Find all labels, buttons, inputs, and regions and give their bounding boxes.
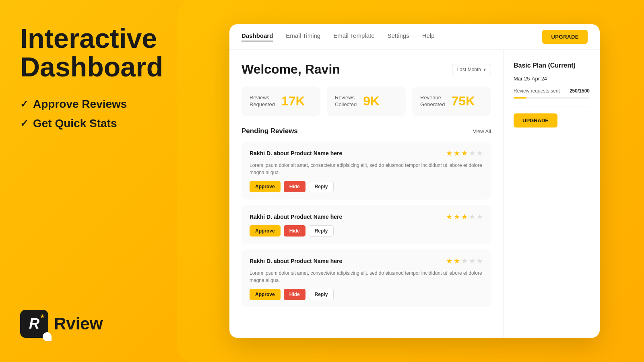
stat-card-revenue-generated: RevenueGenerated 75K [412, 86, 491, 116]
plan-title: Basic Plan (Current) [514, 62, 590, 69]
view-all-link[interactable]: View All [473, 128, 491, 134]
sidebar-area: Basic Plan (Current) Mar 25-Apr 24 Revie… [503, 50, 600, 338]
stat-value-reviews-collected: 9K [363, 94, 380, 109]
star-1-4: ★ [469, 149, 475, 158]
review-header-2: Rakhi D. about Product Name here ★ ★ ★ ★… [250, 212, 483, 221]
nav-bar: Dashboard Email Timing Email Template Se… [229, 24, 600, 50]
star-2-4: ★ [469, 212, 475, 221]
dashboard-card: Dashboard Email Timing Email Template Se… [229, 24, 600, 338]
stat-card-reviews-collected: ReviewsCollected 9K [327, 86, 406, 116]
stars-3: ★ ★ ★ ★ ★ [446, 257, 483, 265]
star-3-4: ★ [469, 257, 475, 265]
stat-value-revenue-generated: 75K [451, 94, 475, 109]
main-content: Welcome, Ravin Last Month ▾ ReviewsReque… [229, 50, 600, 338]
star-3-5: ★ [477, 257, 483, 265]
reply-button-2[interactable]: Reply [309, 225, 334, 237]
review-author-3: Rakhi D. about Product Name here [250, 258, 342, 264]
logo-bubble [43, 332, 52, 341]
review-actions-2: Approve Hide Reply [250, 225, 483, 237]
feature-item-1: ✓ Approve Reviews [20, 98, 173, 111]
review-card-1: Rakhi D. about Product Name here ★ ★ ★ ★… [242, 142, 491, 200]
logo-name: Rview [54, 314, 103, 333]
review-author-2: Rakhi D. about Product Name here [250, 214, 342, 220]
review-requests-value: 250/1500 [570, 88, 590, 94]
star-2-1: ★ [446, 212, 452, 221]
tab-help[interactable]: Help [422, 32, 435, 41]
star-2-2: ★ [454, 212, 460, 221]
star-2-3: ★ [461, 212, 468, 221]
pending-reviews-title: Pending Reviews [242, 127, 298, 135]
checkmark-icon: ✓ [20, 99, 28, 110]
welcome-header: Welcome, Ravin Last Month ▾ [242, 62, 491, 77]
star-3-3: ★ [461, 257, 468, 265]
approve-button-1[interactable]: Approve [250, 181, 281, 192]
logo-area: ★ R Rview [20, 310, 173, 338]
hero-title: Interactive Dashboard [20, 24, 173, 82]
stars-2: ★ ★ ★ ★ ★ [446, 212, 483, 221]
content-area: Welcome, Ravin Last Month ▾ ReviewsReque… [229, 50, 503, 338]
period-selector[interactable]: Last Month ▾ [452, 64, 491, 75]
approve-button-3[interactable]: Approve [250, 289, 281, 300]
hide-button-2[interactable]: Hide [284, 225, 305, 237]
tab-email-template[interactable]: Email Template [333, 32, 374, 41]
logo-star: ★ [40, 313, 45, 319]
progress-bar-fill [514, 97, 526, 99]
hide-button-3[interactable]: Hide [284, 289, 305, 300]
divider [514, 107, 590, 107]
review-author-1: Rakhi D. about Product Name here [250, 150, 342, 156]
plan-stat-row: Review requests sent 250/1500 [514, 88, 590, 94]
review-text-3: Lorem ipsum dolor sit amet, consectetur … [250, 269, 483, 284]
tab-email-timing[interactable]: Email Timing [286, 32, 320, 41]
reply-button-1[interactable]: Reply [309, 181, 334, 192]
approve-button-2[interactable]: Approve [250, 225, 281, 237]
stat-label-reviews-collected: ReviewsCollected [335, 95, 357, 108]
star-1-3: ★ [461, 149, 468, 158]
feature-item-2: ✓ Get Quick Stats [20, 117, 173, 130]
left-panel: Interactive Dashboard ✓ Approve Reviews … [0, 0, 193, 362]
nav-tabs: Dashboard Email Timing Email Template Se… [242, 32, 542, 41]
stars-1: ★ ★ ★ ★ ★ [446, 149, 483, 158]
star-1-5: ★ [477, 149, 483, 158]
tab-dashboard[interactable]: Dashboard [242, 32, 273, 41]
nav-upgrade-button[interactable]: UPGRADE [542, 30, 588, 44]
welcome-title: Welcome, Ravin [242, 62, 340, 77]
logo-letter: R [29, 317, 39, 331]
review-header-3: Rakhi D. about Product Name here ★ ★ ★ ★… [250, 257, 483, 265]
feature-list: ✓ Approve Reviews ✓ Get Quick Stats [20, 98, 173, 130]
star-3-1: ★ [446, 257, 452, 265]
hide-button-1[interactable]: Hide [284, 181, 305, 192]
star-1-1: ★ [446, 149, 452, 158]
sidebar-upgrade-button[interactable]: UPGRADE [514, 113, 557, 128]
star-3-2: ★ [454, 257, 460, 265]
review-text-1: Lorem ipsum dolor sit amet, consectetur … [250, 162, 483, 176]
tab-settings[interactable]: Settings [388, 32, 409, 41]
right-panel: Dashboard Email Timing Email Template Se… [193, 0, 644, 362]
plan-date: Mar 25-Apr 24 [514, 76, 590, 82]
stat-card-reviews-requested: ReviewsRequested 17K [242, 86, 320, 116]
star-1-2: ★ [454, 149, 460, 158]
checkmark-icon-2: ✓ [20, 118, 28, 129]
stat-label-reviews-requested: ReviewsRequested [250, 95, 275, 108]
logo-icon: ★ R [20, 310, 48, 338]
section-header-pending: Pending Reviews View All [242, 127, 491, 135]
review-actions-1: Approve Hide Reply [250, 181, 483, 192]
review-requests-label: Review requests sent [514, 88, 560, 94]
reply-button-3[interactable]: Reply [309, 289, 334, 300]
stat-value-reviews-requested: 17K [281, 94, 305, 109]
review-header-1: Rakhi D. about Product Name here ★ ★ ★ ★… [250, 149, 483, 158]
stats-row: ReviewsRequested 17K ReviewsCollected 9K… [242, 86, 491, 116]
stat-label-revenue-generated: RevenueGenerated [420, 95, 445, 108]
star-2-5: ★ [477, 212, 483, 221]
chevron-down-icon: ▾ [483, 67, 486, 72]
review-card-2: Rakhi D. about Product Name here ★ ★ ★ ★… [242, 205, 491, 244]
review-actions-3: Approve Hide Reply [250, 289, 483, 300]
review-card-3: Rakhi D. about Product Name here ★ ★ ★ ★… [242, 249, 491, 307]
progress-bar-container [514, 97, 590, 99]
